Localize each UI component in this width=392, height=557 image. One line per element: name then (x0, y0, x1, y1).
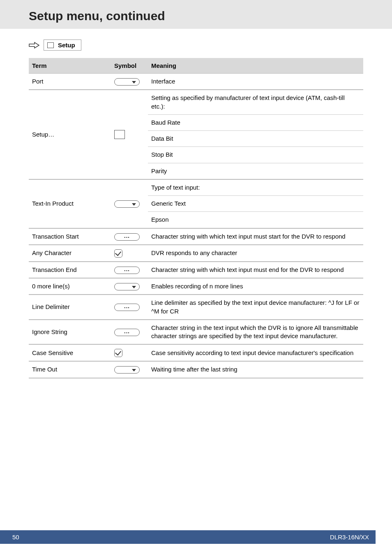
meaning-cell: Waiting time after the last string (148, 361, 363, 378)
symbol-cell (111, 295, 148, 320)
symbol-cell (111, 90, 148, 179)
breadcrumb-label: Setup (58, 42, 75, 49)
footer-bar: 50 DLR3-16N/XX (0, 530, 376, 544)
term-cell: Any Character (29, 245, 111, 262)
square-icon (47, 42, 54, 48)
definitions-table: Term Symbol Meaning PortInterfaceSetup…S… (29, 58, 363, 378)
meaning-cell: Baud Rate (148, 114, 363, 130)
term-cell: Line Delimiter (29, 295, 111, 320)
meaning-cell: DVR responds to any character (148, 245, 363, 262)
breadcrumb: Setup (29, 39, 363, 51)
meaning-cell: Data Bit (148, 131, 363, 147)
table-header-row: Term Symbol Meaning (29, 58, 363, 74)
meaning-cell: Character string in the text input which… (148, 320, 363, 345)
table-row: Text-In ProductType of text input: (29, 179, 363, 196)
meaning-cell: Epson (148, 212, 363, 228)
meaning-cell: Case sensitivity according to text input… (148, 344, 363, 361)
table-row: Transaction EndCharacter string with whi… (29, 262, 363, 278)
table-row: Case SensitiveCase sensitivity according… (29, 344, 363, 361)
symbol-cell (111, 344, 148, 361)
table-row: Time OutWaiting time after the last stri… (29, 361, 363, 378)
table-row: Ignore StringCharacter string in the tex… (29, 320, 363, 345)
symbol-cell (111, 245, 148, 262)
symbol-cell (111, 179, 148, 228)
table-body: PortInterfaceSetup…Setting as specified … (29, 74, 363, 378)
term-cell: Ignore String (29, 320, 111, 345)
table-row: PortInterface (29, 74, 363, 90)
meaning-cell: Character string with which text input m… (148, 228, 363, 245)
ellipsis-icon (114, 329, 140, 336)
meaning-cell: Enables recording of n more lines (148, 278, 363, 295)
symbol-cell (111, 320, 148, 345)
term-cell: Transaction Start (29, 228, 111, 245)
table-row: 0 more line(s)Enables recording of n mor… (29, 278, 363, 295)
symbol-cell (111, 228, 148, 245)
term-cell: Case Sensitive (29, 344, 111, 361)
meaning-cell: Stop Bit (148, 147, 363, 163)
symbol-cell (111, 361, 148, 378)
ellipsis-icon (114, 233, 140, 241)
doc-id: DLR3-16N/XX (330, 534, 369, 541)
term-cell: Setup… (29, 90, 111, 179)
table-row: Any CharacterDVR responds to any charact… (29, 245, 363, 262)
checkbox-icon (114, 349, 122, 357)
ellipsis-icon (114, 304, 140, 311)
checkbox-icon (114, 249, 122, 258)
box-icon (114, 130, 125, 139)
table-row: Setup…Setting as specified by manufactur… (29, 90, 363, 114)
col-meaning: Meaning (148, 58, 363, 74)
dropdown-icon (114, 283, 140, 290)
meaning-cell: Interface (148, 74, 363, 90)
symbol-cell (111, 74, 148, 90)
term-cell: Port (29, 74, 111, 90)
dropdown-icon (114, 78, 140, 86)
table-row: Transaction StartCharacter string with w… (29, 228, 363, 245)
col-symbol: Symbol (111, 58, 148, 74)
breadcrumb-box: Setup (44, 39, 81, 51)
dropdown-icon (114, 200, 140, 208)
meaning-cell: Parity (148, 163, 363, 179)
term-cell: Time Out (29, 361, 111, 378)
term-cell: 0 more line(s) (29, 278, 111, 295)
footer: 50 DLR3-16N/XX (0, 530, 392, 544)
term-cell: Transaction End (29, 262, 111, 278)
page-number: 50 (12, 534, 19, 541)
meaning-cell: Line delimiter as specified by the text … (148, 295, 363, 320)
content-area: Setup Term Symbol Meaning PortInterfaceS… (0, 39, 392, 378)
header-band: Setup menu, continued (0, 0, 392, 29)
page-title: Setup menu, continued (29, 9, 392, 23)
ellipsis-icon (114, 267, 140, 274)
arrow-right-icon (29, 41, 39, 49)
col-term: Term (29, 58, 111, 74)
meaning-cell: Generic Text (148, 196, 363, 212)
dropdown-icon (114, 366, 140, 374)
symbol-cell (111, 262, 148, 278)
meaning-cell: Character string with which text input m… (148, 262, 363, 278)
term-cell: Text-In Product (29, 179, 111, 228)
meaning-cell: Setting as specified by manufacturer of … (148, 90, 363, 114)
meaning-cell: Type of text input: (148, 179, 363, 196)
table-row: Line DelimiterLine delimiter as specifie… (29, 295, 363, 320)
symbol-cell (111, 278, 148, 295)
